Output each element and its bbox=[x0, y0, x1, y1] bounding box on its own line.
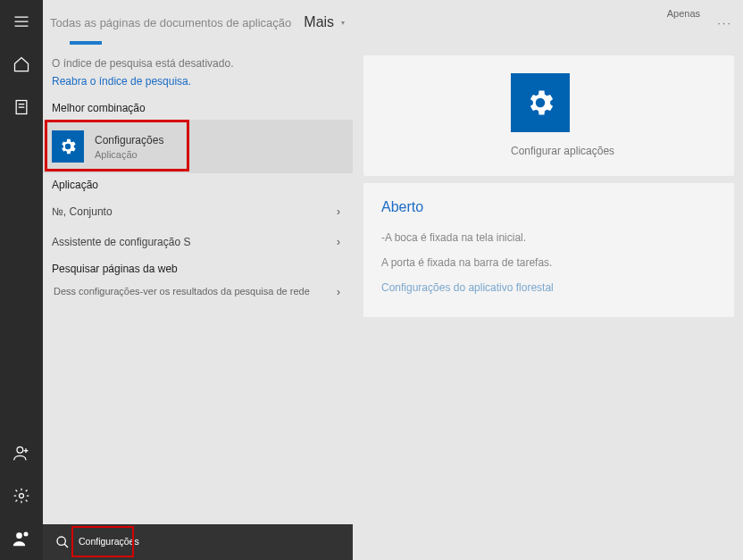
best-match-item[interactable]: Configurações Aplicação bbox=[43, 120, 353, 173]
action-pin-taskbar[interactable]: A porta é fixada na barra de tarefas. bbox=[381, 256, 716, 269]
hamburger-icon[interactable] bbox=[0, 0, 43, 43]
action-pin-start[interactable]: -A boca é fixada na tela inicial. bbox=[381, 231, 716, 244]
app-result-2-label: Assistente de configuração S bbox=[52, 236, 190, 248]
gear-icon[interactable] bbox=[0, 474, 43, 517]
active-tab-indicator bbox=[70, 41, 102, 45]
preview-card: Configu­rar apli­cações bbox=[363, 55, 734, 176]
web-result-1-label: Dess configurações-ver os resultados da … bbox=[54, 286, 310, 298]
section-web: Pesquisar páginas da web bbox=[43, 257, 353, 280]
svg-point-2 bbox=[20, 494, 24, 498]
app-result-1-label: №, Conjunto bbox=[52, 205, 113, 218]
section-application: Aplicação bbox=[43, 173, 353, 196]
search-bar[interactable]: Configu­rações bbox=[43, 524, 353, 560]
tab-more[interactable]: Mais ▾ bbox=[304, 14, 345, 30]
svg-point-1 bbox=[17, 447, 23, 453]
tab-bar: Todas as páginas de documentos de aplica… bbox=[43, 0, 743, 45]
index-disabled-text: O índice de pesquisa está desativado. bbox=[52, 57, 344, 70]
best-match-title: Configurações bbox=[95, 134, 163, 146]
app-result-2[interactable]: Assistente de configuração S › bbox=[43, 227, 353, 257]
home-icon[interactable] bbox=[0, 43, 43, 86]
tab-all[interactable]: Todas as páginas de documentos de aplica… bbox=[50, 16, 291, 29]
document-icon[interactable] bbox=[0, 86, 43, 129]
chevron-down-icon: ▾ bbox=[341, 19, 345, 27]
web-result-1[interactable]: Dess configurações-ver os resultados da … bbox=[43, 280, 353, 302]
open-action[interactable]: Aberto bbox=[381, 199, 716, 215]
results-column: O índice de pesquisa está desativado. Re… bbox=[43, 45, 353, 560]
preview-column: Configu­rar apli­cações Aberto -A boca é… bbox=[353, 45, 743, 560]
main-area: Todas as páginas de documentos de aplica… bbox=[43, 0, 743, 560]
best-match-subtitle: Aplicação bbox=[95, 149, 163, 160]
more-label: Mais bbox=[304, 14, 334, 30]
preview-app-icon bbox=[511, 73, 570, 132]
people-icon[interactable] bbox=[0, 517, 43, 560]
search-text: Configu­rações bbox=[79, 537, 139, 547]
add-user-icon[interactable] bbox=[0, 431, 43, 474]
preview-app-name: Configu­rar apli­cações bbox=[511, 145, 614, 158]
filter-apenas[interactable]: Ape­nas bbox=[667, 9, 700, 20]
reopen-index-link[interactable]: Reabra o índice de pesquisa. bbox=[52, 75, 344, 88]
action-app-settings[interactable]: Configurações do aplicativo florestal bbox=[381, 281, 716, 294]
left-rail bbox=[0, 0, 43, 560]
search-icon bbox=[55, 535, 70, 549]
chevron-right-icon: › bbox=[337, 286, 340, 298]
svg-point-3 bbox=[16, 532, 22, 539]
svg-point-5 bbox=[57, 537, 65, 545]
more-options-icon[interactable]: ··· bbox=[717, 16, 732, 29]
app-result-1[interactable]: №, Conjunto › bbox=[43, 196, 353, 227]
svg-point-4 bbox=[24, 532, 29, 537]
chevron-right-icon: › bbox=[337, 205, 340, 218]
actions-card: Aberto -A boca é fixada na tela inicial.… bbox=[363, 183, 734, 317]
section-best-match: Melhor combinação bbox=[43, 96, 353, 120]
settings-tile-icon bbox=[52, 130, 84, 163]
chevron-right-icon: › bbox=[337, 236, 340, 248]
index-warning: O índice de pesquisa está desativado. Re… bbox=[43, 45, 353, 96]
